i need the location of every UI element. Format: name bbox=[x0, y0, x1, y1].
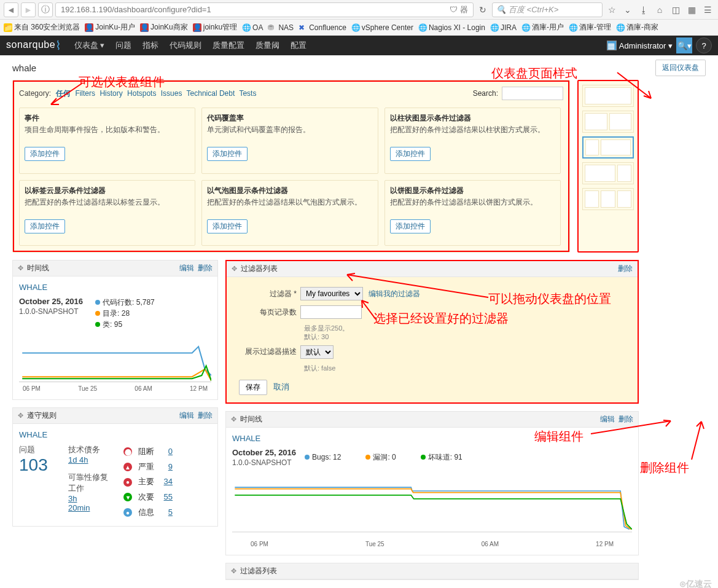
widget-title: 时间线 bbox=[240, 414, 262, 425]
bookmark-item[interactable]: ✖Confluence bbox=[299, 23, 346, 32]
edit-link[interactable]: 编辑 bbox=[600, 414, 615, 425]
layout-option[interactable] bbox=[582, 188, 634, 210]
menu-icon[interactable]: ☰ bbox=[701, 3, 714, 17]
edit-link[interactable]: 编辑 bbox=[179, 263, 194, 273]
bookmark-item[interactable]: 👤JoinKu商家 bbox=[140, 22, 188, 33]
project-name: whale bbox=[12, 63, 36, 73]
debt-link[interactable]: 1d 4h bbox=[68, 455, 88, 465]
delete-link[interactable]: 删除 bbox=[618, 264, 633, 274]
nav-dashboards[interactable]: 仪表盘 ▾ bbox=[74, 40, 105, 51]
layout-option[interactable] bbox=[582, 111, 634, 133]
drag-icon[interactable]: ✥ bbox=[231, 567, 236, 575]
bookmark-item[interactable]: 🌐酒庫-用户 bbox=[521, 22, 564, 33]
sev-count[interactable]: 9 bbox=[160, 460, 173, 475]
add-widget-button[interactable]: 添加控件 bbox=[390, 219, 431, 233]
category-link[interactable]: Issues bbox=[161, 89, 182, 98]
widget-card: 以标签云显示条件过滤器 把配置好的条件过滤器结果以标签云显示。 添加控件 bbox=[19, 180, 195, 246]
sev-count[interactable]: 55 bbox=[160, 490, 173, 505]
bookmark-item[interactable]: 🌐vSphere Center bbox=[351, 23, 413, 32]
save-button[interactable]: 保存 bbox=[239, 380, 267, 395]
layout-option[interactable] bbox=[582, 162, 634, 184]
sev-count[interactable]: 0 bbox=[160, 444, 173, 460]
back-button[interactable]: ◄ bbox=[4, 2, 18, 17]
drag-icon[interactable]: ✥ bbox=[18, 412, 23, 420]
reload-icon[interactable]: ↻ bbox=[476, 3, 490, 17]
widget-title: 过滤器列表 bbox=[240, 566, 277, 576]
help-icon[interactable]: ? bbox=[696, 37, 712, 53]
bookmark-item[interactable]: ⛃NAS bbox=[268, 23, 294, 32]
search-box[interactable]: 🔍 百度 <Ctrl+K> bbox=[492, 2, 603, 17]
widget-search-input[interactable] bbox=[502, 87, 563, 100]
pocket-icon[interactable]: ⌄ bbox=[621, 3, 634, 17]
delete-link[interactable]: 删除 bbox=[198, 263, 213, 273]
bookmark-item[interactable]: 🌐酒庫-管理 bbox=[569, 22, 611, 33]
project-link[interactable]: WHALE bbox=[232, 434, 260, 443]
layout-option[interactable] bbox=[582, 136, 634, 159]
add-widget-button[interactable]: 添加控件 bbox=[25, 147, 65, 161]
layout-option[interactable] bbox=[582, 85, 634, 107]
category-link[interactable]: Tests bbox=[239, 89, 256, 98]
nav-admin[interactable]: 配置 bbox=[291, 40, 306, 51]
project-link[interactable]: WHALE bbox=[19, 430, 47, 439]
forward-button[interactable]: ► bbox=[21, 2, 36, 17]
download-icon[interactable]: ⭳ bbox=[637, 3, 650, 17]
bookmark-item[interactable]: 🌐JIRA bbox=[490, 23, 517, 32]
edit-link[interactable]: 编辑 bbox=[179, 410, 194, 421]
edit-filter-link[interactable]: 编辑我的过滤器 bbox=[369, 289, 420, 298]
nav-gates[interactable]: 质量阈 bbox=[256, 40, 279, 51]
user-menu[interactable]: ▦ Administrator ▾ bbox=[607, 41, 673, 50]
back-dashboard-button[interactable]: 返回仪表盘 bbox=[655, 60, 706, 76]
add-widget-button[interactable]: 添加控件 bbox=[390, 147, 431, 161]
star-icon[interactable]: ☆ bbox=[605, 3, 618, 17]
show-desc-select[interactable]: 默认 bbox=[300, 345, 334, 359]
large-chart bbox=[232, 472, 632, 539]
widget-card: 以柱状图显示条件过滤器 把配置好的条件过滤器结果以柱状图方式展示。 添加控件 bbox=[384, 108, 561, 174]
add-widget-button[interactable]: 添加控件 bbox=[207, 147, 248, 161]
addon-icon[interactable]: ▦ bbox=[685, 3, 698, 17]
nav-rules[interactable]: 代码规则 bbox=[170, 40, 201, 51]
add-widget-button[interactable]: 添加控件 bbox=[25, 219, 65, 233]
delete-link[interactable]: 删除 bbox=[618, 414, 633, 425]
widget-title: 遵守规则 bbox=[27, 410, 57, 421]
add-widget-button[interactable]: 添加控件 bbox=[207, 219, 248, 233]
logo[interactable]: sonarqube⌇ bbox=[6, 38, 62, 53]
filter-select[interactable]: My favourites bbox=[300, 287, 363, 300]
drag-icon[interactable]: ✥ bbox=[18, 264, 23, 272]
bookmark-item[interactable]: 🌐Nagios XI - Login bbox=[418, 23, 485, 32]
bookmark-item[interactable]: 🌐OA bbox=[242, 23, 263, 32]
bookmark-item[interactable]: 👤JoinKu-用户 bbox=[85, 22, 135, 33]
reliability-link[interactable]: 20min bbox=[68, 503, 90, 512]
cancel-link[interactable]: 取消 bbox=[273, 382, 289, 393]
drag-icon[interactable]: ✥ bbox=[232, 265, 237, 273]
bookmark-item[interactable]: 🌐酒庫-商家 bbox=[616, 22, 658, 33]
widget-card: 事件 项目生命周期事件报告，比如版本和警告。 添加控件 bbox=[19, 108, 195, 174]
drag-icon[interactable]: ✥ bbox=[231, 415, 236, 423]
category-link[interactable]: Technical Debt bbox=[187, 89, 235, 98]
category-link[interactable]: 任何 bbox=[56, 89, 71, 98]
search-icon[interactable]: 🔍▾ bbox=[676, 37, 692, 53]
category-link[interactable]: History bbox=[100, 89, 122, 98]
reliability-link[interactable]: 3h bbox=[68, 494, 77, 503]
nav-profiles[interactable]: 质量配置 bbox=[213, 40, 244, 51]
widget-card: 以饼图显示条件过滤器 把配置好的条件过滤器结果以饼图方式展示。 添加控件 bbox=[384, 180, 561, 246]
timeline-widget-small: ✥ 时间线 编辑 删除 WHALE October 25, 2016 1.0.0 bbox=[12, 260, 218, 400]
url-bar[interactable]: 192.168.1.190/dashboard/configure?did=1 … bbox=[55, 2, 474, 17]
home-icon[interactable]: ⌂ bbox=[653, 3, 666, 17]
delete-link[interactable]: 删除 bbox=[198, 410, 213, 421]
page-size-input[interactable] bbox=[300, 305, 362, 319]
sev-count[interactable]: 34 bbox=[160, 474, 173, 490]
filter-list-widget-2: ✥ 过滤器列表 bbox=[225, 563, 639, 580]
nav-issues[interactable]: 问题 bbox=[115, 40, 131, 51]
nav-measures[interactable]: 指标 bbox=[142, 40, 158, 51]
filter-list-widget: ✥ 过滤器列表 删除 过滤器 * My favourites 编辑我的过滤器 bbox=[225, 260, 639, 404]
identity-button[interactable]: ⓘ bbox=[38, 2, 53, 17]
category-link[interactable]: Hotspots bbox=[127, 89, 156, 98]
bookmark-origin[interactable]: 📁来自 360安全浏览器 bbox=[4, 22, 80, 33]
panel-icon[interactable]: ◫ bbox=[669, 3, 682, 17]
category-link[interactable]: Filters bbox=[75, 89, 95, 98]
bookmark-item[interactable]: 👤joinku管理 bbox=[193, 22, 237, 33]
project-link[interactable]: WHALE bbox=[19, 283, 47, 292]
url-text: 192.168.1.190/dashboard/configure?did=1 bbox=[61, 5, 211, 14]
sev-count[interactable]: 5 bbox=[160, 505, 173, 520]
issues-count[interactable]: 103 bbox=[19, 455, 48, 474]
